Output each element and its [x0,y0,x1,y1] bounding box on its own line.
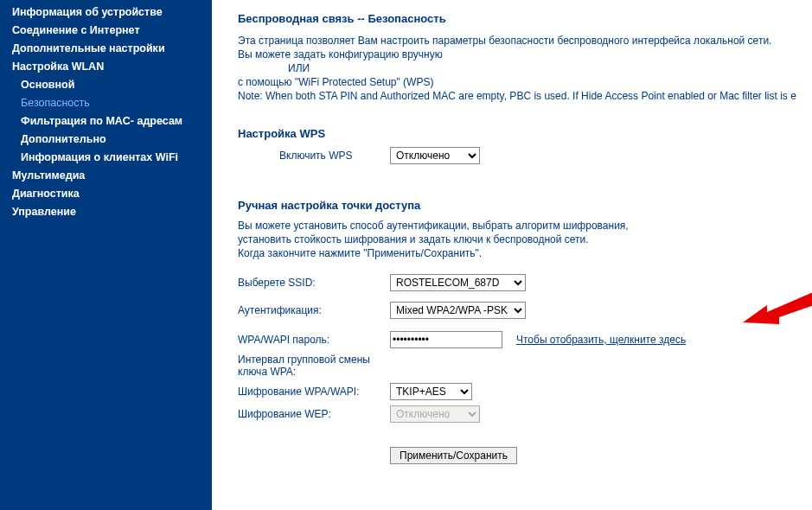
intro-text-2: Вы можете задать конфигурацию вручную [238,48,803,61]
sidebar-item-diagnostics[interactable]: Диагностика [0,185,212,203]
wps-section-title: Настройка WPS [238,127,803,140]
manual-text-1: Вы можете установить способ аутентификац… [238,219,803,233]
auth-label: Аутентификация: [238,304,390,316]
main-content: Беспроводная связь -- Безопасность Эта с… [212,0,812,510]
sidebar-item-management[interactable]: Управление [0,203,212,221]
ssid-label: Выберете SSID: [238,277,390,289]
enc-wep-select: Отключено [390,405,480,423]
enc-wpa-label: Шифрование WPA/WAPI: [238,386,390,398]
note-text: Note: When both STA PIN and Authorized M… [238,89,803,103]
reveal-password-link[interactable]: Чтобы отобразить, щелкните здесь [516,334,686,346]
intro-text-or: ИЛИ [238,61,803,75]
apply-save-button[interactable]: Применить/Сохранить [390,447,517,464]
wps-enable-select[interactable]: Отключено [390,147,480,164]
sidebar-item-wlan-clients[interactable]: Информация о клиентах WiFi [9,149,212,167]
enc-wep-label: Шифрование WEP: [238,408,390,420]
sidebar-item-wlan-security[interactable]: Безопасность [9,94,212,112]
sidebar-item-wlan[interactable]: Настройка WLAN [0,58,212,76]
page-title: Беспроводная связь -- Безопасность [238,12,803,25]
rekey-label: Интервал групповой смены ключа WPA: [238,354,390,378]
intro-text-3: с помощью "WiFi Protected Setup" (WPS) [238,75,803,89]
manual-section-title: Ручная настройка точки доступа [238,199,803,212]
intro-text-1: Эта страница позволяет Вам настроить пар… [238,34,803,48]
password-label: WPA/WAPI пароль: [238,334,390,346]
sidebar: Информация об устройстве Соединение с Ин… [0,0,212,510]
manual-text-3: Когда закончите нажмите "Применить/Сохра… [238,246,803,260]
sidebar-item-multimedia[interactable]: Мультимедиа [0,167,212,185]
wps-enable-label: Включить WPS [238,150,390,162]
sidebar-item-wlan-basic[interactable]: Основной [9,76,212,94]
auth-select[interactable]: Mixed WPA2/WPA -PSK [390,302,526,319]
sidebar-item-wlan-macfilter[interactable]: Фильтрация по MAC- адресам [9,112,212,131]
manual-text-2: установить стойкость шифрования и задать… [238,233,803,246]
sidebar-item-advanced[interactable]: Дополнительные настройки [0,40,212,58]
enc-wpa-select[interactable]: TKIP+AES [390,383,472,400]
sidebar-item-internet[interactable]: Соединение с Интернет [0,22,212,40]
sidebar-item-device-info[interactable]: Информация об устройстве [0,3,212,22]
ssid-select[interactable]: ROSTELECOM_687D [390,274,526,291]
sidebar-item-wlan-extra[interactable]: Дополнительно [9,131,212,149]
password-input[interactable] [390,331,502,348]
